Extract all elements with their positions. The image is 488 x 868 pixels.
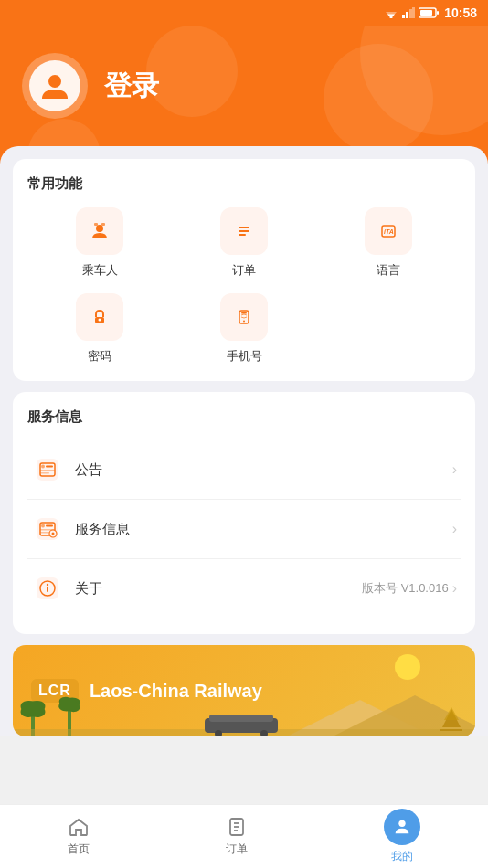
status-time: 10:58	[444, 5, 477, 20]
service-icon	[35, 516, 60, 542]
service-info-title: 服务信息	[27, 408, 461, 426]
feature-language-icon-box: iTA	[365, 207, 412, 255]
service-chevron: ›	[452, 521, 457, 537]
svg-point-67	[398, 820, 405, 827]
feature-passenger-label: 乘车人	[82, 262, 118, 279]
mine-icon	[392, 817, 412, 837]
notice-icon-wrap	[31, 453, 64, 486]
order-icon	[231, 218, 257, 244]
feature-password-icon-box	[76, 293, 123, 341]
profile-row[interactable]: 登录	[22, 53, 466, 119]
banner-landscape	[13, 691, 475, 736]
phone-icon	[231, 304, 257, 330]
svg-rect-18	[239, 234, 246, 236]
banner[interactable]: LCR Laos-China Railway	[13, 645, 475, 736]
svg-rect-33	[40, 470, 55, 471]
nav-home[interactable]: 首页	[49, 809, 108, 864]
feature-passenger[interactable]: 乘车人	[27, 207, 172, 279]
service-icon-wrap	[31, 513, 64, 545]
nav-order-label: 订单	[226, 842, 248, 857]
svg-rect-57	[209, 715, 273, 722]
svg-rect-16	[239, 227, 249, 228]
svg-rect-13	[94, 223, 98, 226]
svg-rect-4	[406, 12, 408, 18]
svg-rect-6	[412, 7, 415, 18]
svg-rect-8	[420, 10, 432, 16]
feature-language-label: 语言	[377, 262, 400, 279]
feature-passenger-icon-box	[76, 207, 123, 255]
svg-rect-40	[40, 532, 49, 534]
svg-point-12	[96, 225, 103, 232]
feature-grid: 乘车人 订单	[27, 207, 461, 365]
about-version: 版本号 V1.0.016	[362, 580, 449, 597]
feature-phone-icon-box	[220, 293, 268, 341]
notice-right: ›	[452, 461, 457, 478]
svg-point-27	[243, 321, 245, 323]
login-button[interactable]: 登录	[104, 68, 159, 105]
about-icon	[35, 576, 60, 601]
common-functions-title: 常用功能	[27, 175, 461, 193]
feature-order-label: 订单	[232, 262, 256, 279]
svg-rect-38	[46, 525, 53, 527]
svg-rect-14	[101, 223, 105, 226]
wifi-icon	[384, 7, 398, 18]
person-icon	[38, 69, 71, 102]
order-nav-icon	[226, 816, 248, 838]
svg-rect-9	[437, 11, 439, 15]
passenger-icon	[87, 218, 112, 244]
mine-active-dot	[384, 809, 420, 845]
notice-chevron: ›	[452, 461, 457, 478]
about-label: 关于	[75, 580, 362, 598]
status-icons	[384, 7, 439, 18]
service-info-card: 服务信息 公告 ›	[13, 392, 475, 634]
order-nav-icon-wrap	[226, 816, 248, 838]
svg-rect-32	[46, 466, 53, 468]
svg-text:iTA: iTA	[384, 228, 394, 235]
about-icon-wrap	[31, 572, 64, 605]
feature-phone[interactable]: 手机号	[172, 293, 316, 365]
nav-order[interactable]: 订单	[207, 809, 266, 864]
nav-mine-label: 我的	[391, 849, 413, 864]
service-label: 服务信息	[75, 521, 452, 538]
bottom-nav: 首页 订单 我的	[0, 804, 488, 868]
svg-rect-28	[241, 312, 247, 314]
avatar-icon	[29, 60, 80, 111]
about-right: 版本号 V1.0.016 ›	[362, 580, 457, 597]
svg-point-37	[41, 524, 45, 528]
language-icon: iTA	[376, 218, 401, 244]
svg-point-42	[52, 533, 55, 535]
nav-home-label: 首页	[68, 842, 90, 857]
service-right: ›	[452, 521, 457, 537]
feature-language[interactable]: iTA 语言	[316, 207, 461, 279]
main-content: 常用功能 乘车人	[0, 146, 488, 736]
svg-point-46	[47, 584, 48, 586]
svg-rect-45	[47, 587, 48, 592]
svg-rect-17	[239, 230, 249, 232]
avatar[interactable]	[22, 53, 88, 119]
nav-mine[interactable]: 我的	[366, 801, 439, 868]
service-row-service[interactable]: 服务信息 ›	[27, 500, 461, 559]
notice-icon	[35, 457, 60, 482]
common-functions-card: 常用功能 乘车人	[13, 159, 475, 381]
svg-rect-5	[409, 9, 412, 18]
battery-icon	[419, 7, 439, 18]
service-row-about[interactable]: 关于 版本号 V1.0.016 ›	[27, 559, 461, 618]
svg-point-24	[99, 319, 101, 322]
feature-order-icon-box	[220, 207, 268, 255]
svg-rect-34	[40, 472, 49, 474]
home-icon	[68, 816, 90, 838]
svg-point-31	[41, 465, 45, 469]
feature-password-label: 密码	[88, 348, 111, 365]
banner-sun	[395, 654, 420, 680]
svg-point-10	[48, 75, 61, 88]
svg-rect-3	[402, 15, 405, 18]
home-icon-wrap	[68, 816, 90, 838]
service-row-notice[interactable]: 公告 ›	[27, 440, 461, 500]
feature-order[interactable]: 订单	[172, 207, 316, 279]
status-bar: 10:58	[0, 0, 488, 26]
notice-label: 公告	[75, 461, 452, 479]
password-icon	[87, 304, 112, 330]
feature-phone-label: 手机号	[227, 348, 262, 365]
svg-marker-61	[440, 729, 462, 731]
feature-password[interactable]: 密码	[27, 293, 172, 365]
